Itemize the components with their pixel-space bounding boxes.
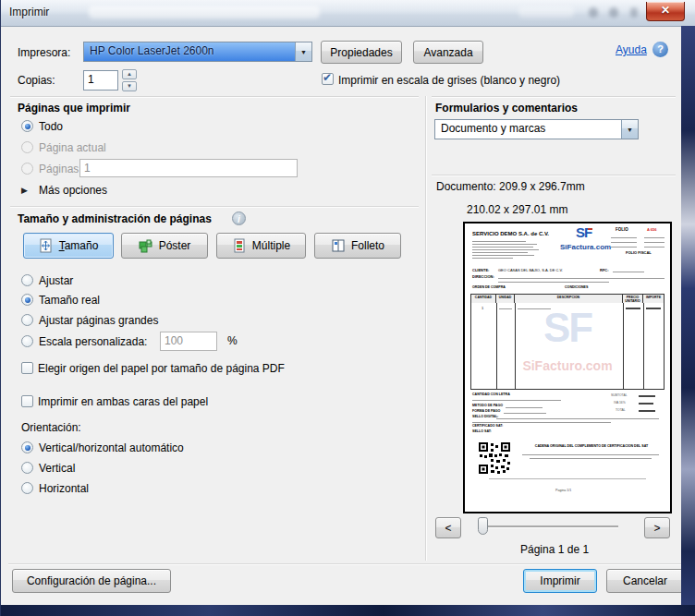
properties-button[interactable]: Propiedades	[321, 41, 402, 64]
redacted-text-line	[613, 272, 644, 272]
close-button[interactable]: ✕	[646, 2, 685, 21]
pages-range-radio[interactable]	[21, 163, 33, 175]
redacted-text-line	[504, 413, 546, 414]
copies-increment-button[interactable]: ▲	[122, 69, 137, 79]
condiciones-label: CONDICIONES	[565, 286, 588, 290]
copies-decrement-button[interactable]: ▼	[122, 81, 137, 91]
shrink-large-radio[interactable]	[21, 314, 33, 326]
total-label: TOTAL	[616, 409, 626, 413]
booklet-button[interactable]: Folleto	[314, 233, 401, 259]
size-button-label: Tamaño	[59, 239, 99, 252]
print-button-label: Imprimir	[540, 574, 579, 587]
print-preview-page: SERVICIO DEMO S.A. de C.V. SF SiFactura.…	[463, 222, 672, 513]
expand-arrow-icon[interactable]: ▶	[21, 186, 28, 195]
printer-select[interactable]: HP Color LaserJet 2600n	[83, 42, 312, 62]
redacted-text-line	[522, 454, 659, 455]
invoice-logo-domain: SiFactura.com	[560, 244, 611, 252]
amount-smudge	[639, 395, 655, 397]
orientation-portrait-radio[interactable]	[21, 462, 33, 474]
forms-select[interactable]: Documento y marcas	[434, 119, 639, 139]
next-page-button[interactable]: >	[644, 517, 670, 538]
chevron-down-icon[interactable]	[295, 42, 311, 61]
divider	[10, 206, 419, 208]
grayscale-checkbox[interactable]	[322, 73, 334, 85]
cantidad-letra-label: CANTIDAD CON LETRA	[472, 393, 510, 397]
more-options-label[interactable]: Más opciones	[39, 184, 107, 197]
cancel-button[interactable]: Cancelar	[606, 569, 684, 593]
col-descripcion: DESCRIPCION	[515, 295, 623, 303]
col-cantidad: CANTIDAD	[471, 295, 496, 303]
titlebar-blur-smudge	[518, 6, 574, 18]
custom-scale-input[interactable]: 100	[160, 332, 217, 351]
col-importe: IMPORTE	[643, 295, 664, 303]
redacted-text-line	[644, 237, 665, 238]
divider	[432, 96, 676, 98]
advanced-button[interactable]: Avanzada	[413, 41, 483, 64]
metodo-pago-label: METODO DE PAGO	[472, 405, 503, 408]
orientation-landscape-radio[interactable]	[21, 482, 33, 494]
watermark-domain: SiFacturo.com	[465, 358, 670, 373]
forms-selected-value: Documento y marcas	[435, 120, 621, 139]
folio-fiscal-label: FOLIO FISCAL	[626, 251, 652, 255]
grayscale-label: Imprimir en escala de grises (blanco y n…	[338, 74, 560, 87]
pages-current-label: Página actual	[39, 141, 106, 154]
orientation-portrait-label: Vertical	[39, 462, 75, 475]
redacted-text-line	[506, 407, 543, 408]
invoice-page-number: Pagina 1/1	[555, 489, 571, 493]
cancel-button-label: Cancelar	[623, 574, 667, 587]
paper-size-label: 210.02 x 297.01 mm	[467, 203, 567, 216]
rfc-label: RFC:	[600, 269, 609, 272]
window-title: Imprimir	[9, 6, 49, 18]
orientation-auto-radio[interactable]	[21, 441, 33, 453]
paper-source-checkbox[interactable]	[21, 362, 33, 374]
amount-smudge	[639, 410, 655, 412]
forma-pago-label: FORMA DE PAGO	[472, 410, 500, 414]
duplex-label: Imprimir en ambas caras del papel	[38, 395, 208, 408]
multiple-button[interactable]: Múltiple	[216, 233, 306, 259]
paper-source-label: Elegir origen del papel por tamaño de pá…	[38, 362, 285, 375]
print-button[interactable]: Imprimir	[523, 569, 597, 593]
previous-page-button[interactable]: <	[435, 517, 461, 538]
pages-range-input[interactable]: 1	[79, 159, 298, 177]
duplex-checkbox[interactable]	[21, 395, 33, 407]
redacted-text-line	[644, 247, 665, 248]
pages-current-radio[interactable]	[21, 141, 33, 153]
redacted-text-line	[472, 255, 534, 256]
cliente-label: CLIENTE:	[472, 269, 489, 272]
pages-all-radio[interactable]	[21, 120, 33, 132]
size-section-heading: Tamaño y administración de páginas	[18, 212, 212, 225]
orden-compra-label: ORDEN DE COMPRA	[472, 286, 506, 290]
chevron-down-icon[interactable]	[621, 120, 638, 139]
multiple-button-label: Múltiple	[252, 239, 290, 252]
help-icon[interactable]: ?	[652, 42, 668, 57]
title-bar[interactable]: Imprimir ✕	[1, 0, 695, 27]
booklet-button-label: Folleto	[351, 239, 384, 252]
col-precio: PRECIO UNITARIO	[623, 295, 643, 303]
help-link[interactable]: Ayuda	[616, 43, 647, 56]
divider	[10, 96, 419, 98]
fit-radio[interactable]	[21, 274, 33, 286]
close-icon: ✕	[661, 4, 670, 17]
poster-button[interactable]: Póster	[121, 233, 208, 259]
cliente-value: GEO CASAS DEL BAJIO, S.A. DE C.V.	[498, 269, 563, 272]
redacted-text-line	[489, 478, 646, 479]
watermark-sf: SF	[465, 305, 670, 351]
redacted-text-line	[530, 458, 652, 459]
redacted-text-line	[496, 418, 659, 419]
page-setup-button-label: Configuración de página...	[27, 574, 156, 587]
actual-size-radio[interactable]	[21, 294, 33, 306]
orientation-label: Orientación:	[21, 421, 81, 434]
copies-input[interactable]: 1	[83, 70, 118, 91]
page-setup-button[interactable]: Configuración de página...	[12, 569, 171, 593]
folio-value: A 656	[647, 228, 657, 232]
certificado-sat-label: CERTIFICADO SAT:	[472, 425, 503, 429]
divider	[432, 175, 676, 176]
col-unidad: UNIDAD	[496, 295, 515, 303]
window-border	[681, 26, 695, 610]
divider	[8, 563, 683, 565]
custom-scale-radio[interactable]	[21, 335, 33, 347]
page-slider-track[interactable]	[478, 525, 618, 528]
size-button[interactable]: Tamaño	[23, 233, 114, 259]
info-icon[interactable]: i	[232, 211, 246, 225]
page-slider-thumb[interactable]	[478, 517, 488, 535]
